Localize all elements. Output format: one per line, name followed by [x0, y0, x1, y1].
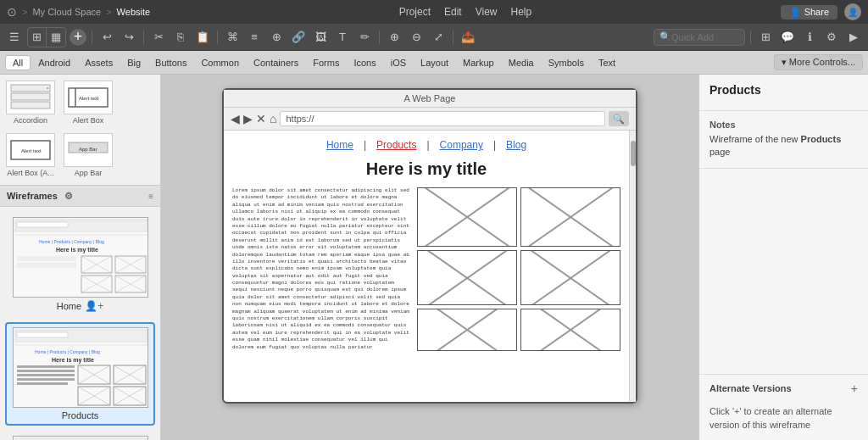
svg-rect-75 [17, 382, 68, 385]
format-icon[interactable]: ⌘ [223, 28, 242, 47]
comp-alertbox-a[interactable]: Alert text Alert Box (A... [3, 131, 58, 180]
align-icon[interactable]: ≡ [245, 28, 264, 47]
link-icon[interactable]: 🔗 [289, 28, 308, 47]
paste-icon[interactable]: 📋 [193, 28, 212, 47]
wireframes-settings-icon[interactable]: ⚙ [64, 191, 73, 202]
svg-text:App Bar: App Bar [79, 147, 97, 152]
tab-icons[interactable]: Icons [347, 56, 382, 70]
settings-icon[interactable]: ⚙ [822, 28, 841, 47]
url-bar-row: ◀ ▶ ✕ ⌂ https:// 🔍 [224, 108, 636, 131]
nav-home[interactable]: Home [326, 139, 353, 151]
svg-rect-52 [17, 263, 76, 268]
comp-appbar[interactable]: App Bar App Bar [61, 131, 115, 180]
browser-forward-icon[interactable]: ▶ [243, 112, 253, 125]
info-icon[interactable]: ℹ [800, 28, 819, 47]
svg-rect-74 [17, 378, 75, 381]
arrange-icon[interactable]: ⊕ [267, 28, 286, 47]
tab-all[interactable]: All [5, 55, 31, 70]
menu-toggle-icon[interactable]: ☰ [5, 28, 24, 47]
page-name-products: Products [62, 410, 98, 421]
menu-edit[interactable]: Edit [444, 6, 462, 18]
svg-text:Here is my title: Here is my title [52, 357, 94, 364]
quick-add-input[interactable] [671, 32, 739, 42]
top-bar: ⊙ > My Cloud Space > Website Project Edi… [0, 0, 868, 24]
canvas-area: A Web Page ◀ ▶ ✕ ⌂ https:// 🔍 Home | Pro… [161, 75, 698, 440]
tab-assets[interactable]: Assets [78, 56, 120, 70]
export-icon[interactable]: 📤 [459, 28, 477, 47]
fit-icon[interactable]: ⤢ [429, 28, 448, 47]
tab-symbols[interactable]: Symbols [542, 56, 591, 70]
separator-4 [379, 31, 380, 44]
svg-rect-2 [11, 102, 50, 109]
page-thumb-products: Home | Products | Company | Blog Here is… [13, 327, 148, 408]
tab-layout[interactable]: Layout [414, 56, 455, 70]
tab-big[interactable]: Big [120, 56, 147, 70]
more-controls-button[interactable]: ▾ More Controls... [774, 54, 863, 70]
page-item-company[interactable]: Company [5, 431, 155, 440]
play-icon[interactable]: ▶ [844, 28, 863, 47]
top-bar-right: 👤 Share 👤 [781, 3, 861, 20]
grid-icon[interactable]: ⊞ [756, 28, 775, 47]
separator [92, 31, 92, 44]
panel-notes-text: Wireframe of the new Products page [709, 133, 858, 159]
breadcrumb-cloud[interactable]: My Cloud Space [32, 7, 101, 17]
tab-containers[interactable]: Containers [247, 56, 305, 70]
svg-rect-67 [17, 332, 68, 337]
page-item-home[interactable]: Home | Products | Company | Blog Here is… [5, 212, 155, 317]
svg-text:Here is my title: Here is my title [56, 247, 98, 253]
tab-text[interactable]: Text [592, 56, 622, 70]
tab-ios[interactable]: iOS [384, 56, 413, 70]
browser-home-icon[interactable]: ⌂ [270, 112, 276, 125]
tab-common[interactable]: Common [194, 56, 246, 70]
copy-icon[interactable]: ⎘ [171, 28, 190, 47]
add-icon[interactable]: + [70, 29, 86, 46]
comp-accordion[interactable]: Accordion [3, 78, 58, 127]
image-placeholder-2 [520, 187, 620, 247]
undo-icon[interactable]: ↩ [97, 28, 116, 47]
page-item-products[interactable]: Home | Products | Company | Blog Here is… [5, 322, 155, 426]
url-bar[interactable]: https:// [280, 111, 605, 126]
x-line-5b [417, 309, 517, 351]
x-line-1b [417, 187, 517, 247]
browser-scrollbar[interactable] [629, 131, 636, 402]
tab-buttons[interactable]: Buttons [148, 56, 193, 70]
tab-markup[interactable]: Markup [456, 56, 501, 70]
nav-company[interactable]: Company [440, 139, 483, 151]
browser-content: Home | Products | Company | Blog Here is… [224, 131, 629, 402]
menu-project[interactable]: Project [399, 6, 431, 18]
browser-close-icon[interactable]: ✕ [256, 112, 266, 125]
share-button[interactable]: 👤 Share [781, 5, 837, 19]
nav-products[interactable]: Products [376, 139, 416, 151]
comment-icon[interactable]: 💬 [778, 28, 797, 47]
list-view-icon[interactable]: ▦ [47, 28, 65, 47]
menu-help[interactable]: Help [510, 6, 531, 18]
zoom-in-icon[interactable]: ⊕ [385, 28, 403, 47]
menu-view[interactable]: View [476, 6, 498, 18]
url-search-button[interactable]: 🔍 [609, 111, 629, 126]
text-icon[interactable]: T [333, 28, 352, 47]
tab-forms[interactable]: Forms [306, 56, 346, 70]
redo-icon[interactable]: ↪ [120, 28, 138, 47]
svg-rect-1 [11, 93, 50, 100]
draw-icon[interactable]: ✏ [355, 28, 374, 47]
page-thumb-home: Home | Products | Company | Blog Here is… [13, 217, 148, 298]
image-icon[interactable]: 🖼 [311, 28, 330, 47]
svg-text:Home | Products | Company | Bl: Home | Products | Company | Blog [39, 239, 104, 244]
image-placeholder-1 [417, 187, 517, 247]
alt-versions-plus-button[interactable]: + [851, 382, 858, 395]
svg-text:Home | Products | Company | Bl: Home | Products | Company | Blog [35, 349, 100, 354]
page-add-home-icon[interactable]: 👤+ [85, 300, 103, 312]
zoom-out-icon[interactable]: ⊖ [407, 28, 426, 47]
svg-rect-72 [17, 370, 75, 372]
browser-back-icon[interactable]: ◀ [231, 112, 240, 125]
tab-media[interactable]: Media [502, 56, 541, 70]
cut-icon[interactable]: ✂ [149, 28, 168, 47]
tab-android[interactable]: Android [31, 56, 77, 70]
alt-versions-title: Alternate Versions [709, 383, 792, 393]
scrollbar-thumb[interactable] [631, 141, 636, 166]
wireframes-menu-icon[interactable]: ≡ [148, 192, 153, 201]
nav-blog[interactable]: Blog [506, 139, 526, 151]
comp-alertbox[interactable]: Alert text Alert Box [61, 78, 115, 127]
grid-view-icon[interactable]: ⊞ [28, 28, 47, 47]
main-layout: Accordion Alert text Alert Box Alert tex… [0, 75, 868, 440]
